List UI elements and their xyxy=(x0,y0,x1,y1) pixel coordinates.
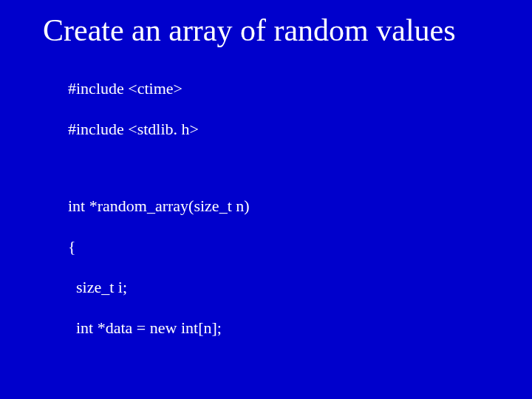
code-line: #include <ctime> xyxy=(68,78,495,99)
slide: Create an array of random values #includ… xyxy=(0,0,532,399)
code-line: size_t i; xyxy=(68,277,495,298)
code-line: // seed the random number generator with… xyxy=(68,395,495,399)
blank-line xyxy=(68,358,495,375)
code-line: { xyxy=(68,236,495,257)
code-line: int *data = new int[n]; xyxy=(68,318,495,338)
slide-title: Create an array of random values xyxy=(43,13,495,47)
blank-line xyxy=(68,160,495,176)
code-block: #include <ctime> #include <stdlib. h> in… xyxy=(43,58,495,399)
code-line: #include <stdlib. h> xyxy=(68,119,495,140)
code-line: int *random_array(size_t n) xyxy=(68,196,495,216)
